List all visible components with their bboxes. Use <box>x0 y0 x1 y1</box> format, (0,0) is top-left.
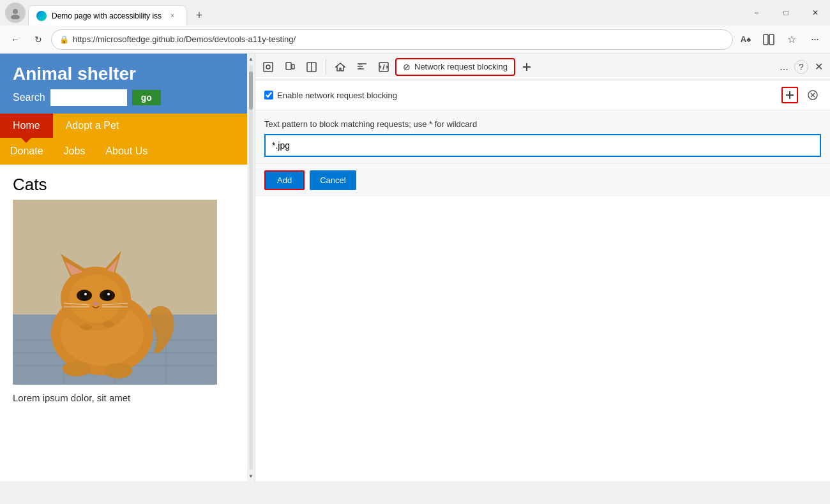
tab-title: Demo page with accessibility iss <box>52 11 162 20</box>
devtools-separator-1 <box>326 59 326 75</box>
devtools-panel: ⊘ Network request blocking ... ? ✕ Enabl… <box>255 54 830 481</box>
blocking-tab-label: Network request blocking <box>414 62 508 71</box>
maximize-button[interactable]: □ <box>771 0 801 26</box>
devtools-device-button[interactable] <box>280 57 300 77</box>
nav-about-link[interactable]: About Us <box>95 140 158 162</box>
favorites-button[interactable]: ☆ <box>781 29 802 50</box>
devtools-elements-button[interactable] <box>352 57 372 77</box>
svg-rect-2 <box>764 34 768 45</box>
search-input[interactable] <box>50 89 127 106</box>
svg-point-26 <box>107 293 110 295</box>
svg-rect-34 <box>264 63 273 71</box>
devtools-add-tab-button[interactable] <box>517 57 537 77</box>
devtools-split-button[interactable] <box>301 57 322 77</box>
url-text: https://microsoftedge.github.io/Demos/de… <box>73 34 725 44</box>
devtools-close-button[interactable]: ✕ <box>810 58 827 76</box>
window-controls: − □ ✕ <box>742 0 830 26</box>
enable-blocking-row: Enable network request blocking <box>255 80 830 110</box>
tab-close-button[interactable]: × <box>167 10 178 22</box>
lorem-text: Lorem ipsum dolor, sit amet <box>0 385 255 411</box>
nav-donate-link[interactable]: Donate <box>0 140 54 162</box>
devtools-content: Enable network request blocking Text pat… <box>255 80 830 481</box>
minimize-button[interactable]: − <box>742 0 771 26</box>
split-screen-button[interactable] <box>758 29 779 50</box>
search-row: Search go <box>13 89 242 106</box>
devtools-help-button[interactable]: ? <box>794 60 808 74</box>
svg-point-25 <box>84 293 87 295</box>
scroll-up-arrow[interactable]: ▲ <box>247 54 255 64</box>
go-button[interactable]: go <box>132 90 161 105</box>
nav-home-link[interactable]: Home <box>0 114 53 138</box>
webpage-header: Animal shelter Search go <box>0 54 255 114</box>
title-bar: Demo page with accessibility iss × + − □… <box>0 0 830 26</box>
svg-point-24 <box>103 290 111 300</box>
clear-patterns-button[interactable] <box>804 87 821 103</box>
webpage-title: Animal shelter <box>13 64 242 84</box>
svg-point-1 <box>11 15 20 19</box>
cancel-button[interactable]: Cancel <box>310 170 356 190</box>
read-aloud-button[interactable]: A♠ <box>736 29 756 50</box>
section-cats-title: Cats <box>0 165 255 200</box>
main-area: Animal shelter Search go Home Adopt a Pe… <box>0 54 830 481</box>
browser-more-button[interactable]: ··· <box>804 29 825 50</box>
search-label: Search <box>13 92 45 103</box>
add-button[interactable]: Add <box>264 170 305 190</box>
webpage-scrollbar[interactable]: ▲ ▼ <box>247 54 255 481</box>
devtools-source-button[interactable] <box>374 57 394 77</box>
address-bar[interactable]: 🔒 https://microsoftedge.github.io/Demos/… <box>51 29 733 50</box>
devtools-toolbar: ⊘ Network request blocking ... ? ✕ <box>255 54 830 80</box>
enable-blocking-checkbox[interactable] <box>264 91 273 100</box>
devtools-inspect-button[interactable] <box>258 57 278 77</box>
svg-point-27 <box>93 302 99 306</box>
scroll-thumb[interactable] <box>249 71 253 110</box>
pattern-area: Text pattern to block matching requests;… <box>255 110 830 164</box>
cat-image <box>13 200 217 385</box>
svg-rect-37 <box>292 64 294 69</box>
svg-point-23 <box>80 290 88 300</box>
pattern-input[interactable] <box>264 134 821 157</box>
enable-blocking-label[interactable]: Enable network request blocking <box>264 91 397 100</box>
webpage-nav-menu-2: Donate Jobs About Us <box>0 138 255 165</box>
browser-tab-active[interactable]: Demo page with accessibility iss × <box>28 5 186 26</box>
blocking-tab-icon: ⊘ <box>403 62 411 72</box>
window-close-button[interactable]: ✕ <box>801 0 830 26</box>
lock-icon: 🔒 <box>59 35 69 44</box>
svg-point-16 <box>69 274 123 323</box>
svg-point-0 <box>13 9 18 14</box>
title-bar-left <box>5 3 28 23</box>
svg-point-35 <box>266 65 270 69</box>
action-row: Add Cancel <box>255 164 830 196</box>
browser-nav-bar: ← ↻ 🔒 https://microsoftedge.github.io/De… <box>0 26 830 54</box>
devtools-home-button[interactable] <box>330 57 351 77</box>
pattern-label: Text pattern to block matching requests;… <box>264 119 821 129</box>
svg-rect-36 <box>286 63 291 70</box>
nav-jobs-link[interactable]: Jobs <box>54 140 96 162</box>
webpage-nav-menu: Home Adopt a Pet <box>0 114 255 138</box>
refresh-button[interactable]: ↻ <box>28 29 49 50</box>
back-button[interactable]: ← <box>5 29 26 50</box>
new-tab-button[interactable]: + <box>189 5 209 26</box>
nav-adopt-link[interactable]: Adopt a Pet <box>53 114 132 138</box>
svg-point-32 <box>63 361 91 376</box>
webpage-panel: Animal shelter Search go Home Adopt a Pe… <box>0 54 255 481</box>
add-pattern-icon-button[interactable] <box>781 87 798 103</box>
devtools-more-button[interactable]: ... <box>775 58 793 76</box>
edge-logo-icon <box>36 11 47 21</box>
devtools-blocking-tab[interactable]: ⊘ Network request blocking <box>395 58 515 76</box>
svg-point-33 <box>104 363 132 378</box>
scroll-track <box>249 65 253 470</box>
scroll-down-arrow[interactable]: ▼ <box>247 471 255 481</box>
user-avatar <box>5 3 26 23</box>
svg-rect-3 <box>769 34 774 45</box>
